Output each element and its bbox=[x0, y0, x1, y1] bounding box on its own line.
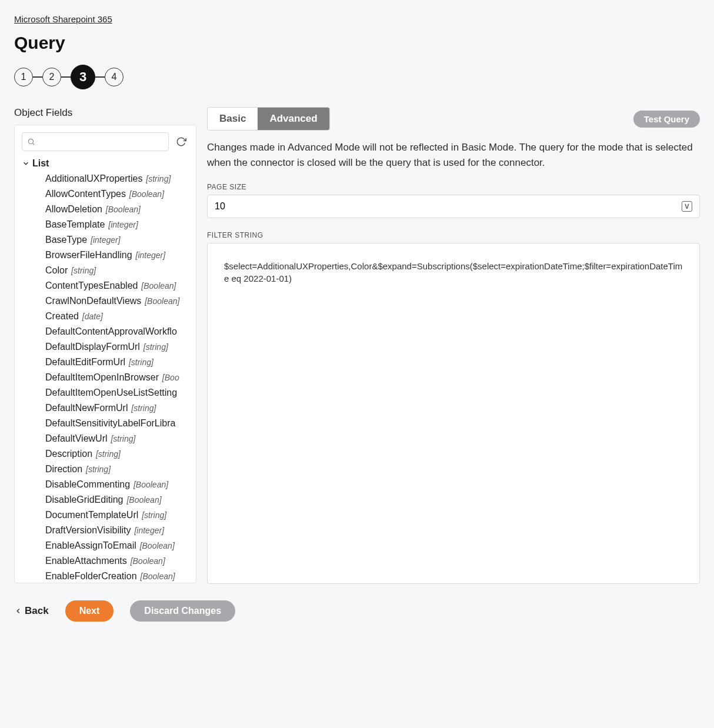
field-type: [integer] bbox=[106, 220, 138, 229]
field-item[interactable]: BaseType [integer] bbox=[45, 232, 189, 248]
tab-advanced[interactable]: Advanced bbox=[258, 108, 329, 130]
field-type: [Boolean] bbox=[138, 572, 175, 581]
field-type: [string] bbox=[129, 403, 156, 413]
back-button[interactable]: Back bbox=[14, 605, 49, 617]
field-name: DefaultItemOpenInBrowser bbox=[45, 372, 159, 382]
field-name: Created bbox=[45, 311, 79, 321]
field-type: [Boolean] bbox=[128, 556, 165, 566]
field-item[interactable]: Created [date] bbox=[45, 309, 189, 324]
field-item[interactable]: DefaultViewUrl [string] bbox=[45, 431, 189, 446]
field-item[interactable]: AllowContentTypes [Boolean] bbox=[45, 186, 189, 202]
field-type: [Boolean] bbox=[138, 541, 175, 550]
tab-basic[interactable]: Basic bbox=[208, 108, 258, 130]
field-item[interactable]: CrawlNonDefaultViews [Boolean] bbox=[45, 293, 189, 309]
field-item[interactable]: EnableAttachments [Boolean] bbox=[45, 553, 189, 569]
field-item[interactable]: BrowserFileHandling [integer] bbox=[45, 248, 189, 263]
step-4[interactable]: 4 bbox=[105, 68, 124, 86]
page-size-input-wrap[interactable]: V bbox=[207, 195, 700, 218]
step-connector bbox=[61, 76, 71, 78]
field-name: Color bbox=[45, 265, 68, 275]
field-item[interactable]: DraftVersionVisibility [integer] bbox=[45, 523, 189, 538]
mode-tabs: Basic Advanced bbox=[207, 107, 330, 131]
field-name: DefaultContentApprovalWorkflo bbox=[45, 326, 177, 336]
field-item[interactable]: EnableAssignToEmail [Boolean] bbox=[45, 538, 189, 553]
breadcrumb[interactable]: Microsoft Sharepoint 365 bbox=[14, 14, 112, 24]
field-type: [date] bbox=[80, 312, 103, 321]
field-type: [string] bbox=[144, 174, 171, 183]
field-name: EnableFolderCreation bbox=[45, 571, 137, 581]
field-name: AllowContentTypes bbox=[45, 189, 126, 199]
field-item[interactable]: DefaultItemOpenInBrowser [Boo bbox=[45, 370, 189, 385]
chevron-down-icon bbox=[22, 159, 30, 168]
field-name: CrawlNonDefaultViews bbox=[45, 296, 141, 306]
field-name: BaseTemplate bbox=[45, 219, 105, 229]
chevron-left-icon bbox=[14, 607, 22, 615]
discard-changes-button[interactable]: Discard Changes bbox=[130, 600, 235, 622]
page-size-label: PAGE SIZE bbox=[207, 183, 700, 191]
field-item[interactable]: Color [string] bbox=[45, 263, 189, 278]
field-item[interactable]: DefaultNewFormUrl [string] bbox=[45, 400, 189, 416]
filter-string-input[interactable]: $select=AdditionalUXProperties,Color&$ex… bbox=[207, 243, 700, 584]
field-name: Description bbox=[45, 449, 92, 459]
page-title: Query bbox=[14, 33, 700, 53]
tree-root-list[interactable]: List bbox=[22, 157, 189, 170]
field-type: [string] bbox=[139, 510, 166, 520]
page-size-input[interactable] bbox=[215, 201, 682, 212]
mode-notice: Changes made in Advanced Mode will not b… bbox=[207, 140, 700, 170]
field-name: EnableAttachments bbox=[45, 556, 127, 566]
field-type: [Boolean] bbox=[139, 281, 176, 290]
field-name: Direction bbox=[45, 464, 82, 474]
field-type: [string] bbox=[94, 449, 121, 459]
search-input[interactable] bbox=[35, 135, 164, 148]
filter-string-label: FILTER STRING bbox=[207, 231, 700, 239]
step-3[interactable]: 3 bbox=[71, 65, 95, 89]
step-connector bbox=[95, 76, 105, 78]
field-type: [Boolean] bbox=[104, 205, 141, 214]
field-type: [string] bbox=[109, 434, 136, 443]
field-type: [string] bbox=[141, 342, 168, 352]
field-item[interactable]: EnableFolderCreation [Boolean] bbox=[45, 569, 189, 583]
step-1[interactable]: 1 bbox=[14, 68, 33, 86]
field-item[interactable]: DefaultDisplayFormUrl [string] bbox=[45, 339, 189, 355]
field-type: [Boolean] bbox=[127, 189, 164, 199]
field-type: [integer] bbox=[134, 251, 165, 260]
svg-point-0 bbox=[28, 139, 33, 143]
filter-string-value: $select=AdditionalUXProperties,Color&$ex… bbox=[224, 260, 683, 285]
refresh-button[interactable] bbox=[174, 134, 189, 149]
field-item[interactable]: AdditionalUXProperties [string] bbox=[45, 171, 189, 186]
field-type: [string] bbox=[84, 465, 111, 474]
field-name: DefaultSensitivityLabelForLibra bbox=[45, 418, 175, 428]
field-name: DocumentTemplateUrl bbox=[45, 510, 138, 520]
test-query-button[interactable]: Test Query bbox=[633, 111, 700, 128]
field-item[interactable]: AllowDeletion [Boolean] bbox=[45, 202, 189, 217]
field-item[interactable]: DisableCommenting [Boolean] bbox=[45, 477, 189, 492]
field-item[interactable]: Direction [string] bbox=[45, 462, 189, 477]
field-item[interactable]: DefaultContentApprovalWorkflo bbox=[45, 324, 189, 339]
stepper: 1234 bbox=[14, 65, 700, 89]
field-type: [Boolean] bbox=[142, 296, 179, 306]
field-name: BaseType bbox=[45, 235, 87, 245]
field-item[interactable]: DefaultEditFormUrl [string] bbox=[45, 355, 189, 370]
field-item[interactable]: DefaultItemOpenUseListSetting bbox=[45, 385, 189, 400]
tree-root-label: List bbox=[32, 158, 49, 169]
field-type: [Boo bbox=[160, 373, 179, 382]
refresh-icon bbox=[176, 136, 186, 147]
search-input-wrap[interactable] bbox=[22, 132, 169, 151]
step-2[interactable]: 2 bbox=[42, 68, 61, 86]
object-fields-panel: List AdditionalUXProperties [string]Allo… bbox=[14, 125, 196, 583]
field-name: DisableCommenting bbox=[45, 479, 130, 489]
field-name: ContentTypesEnabled bbox=[45, 280, 138, 290]
field-item[interactable]: BaseTemplate [integer] bbox=[45, 217, 189, 232]
field-item[interactable]: DisableGridEditing [Boolean] bbox=[45, 492, 189, 507]
field-name: DisableGridEditing bbox=[45, 495, 124, 505]
field-item[interactable]: ContentTypesEnabled [Boolean] bbox=[45, 278, 189, 293]
search-icon bbox=[27, 138, 35, 146]
next-button[interactable]: Next bbox=[65, 600, 114, 622]
variable-badge[interactable]: V bbox=[682, 201, 692, 212]
field-item[interactable]: Description [string] bbox=[45, 446, 189, 462]
field-item[interactable]: DefaultSensitivityLabelForLibra bbox=[45, 416, 189, 431]
field-item[interactable]: DocumentTemplateUrl [string] bbox=[45, 507, 189, 523]
step-connector bbox=[33, 76, 42, 78]
field-type: [integer] bbox=[132, 526, 164, 535]
svg-line-1 bbox=[33, 143, 35, 145]
